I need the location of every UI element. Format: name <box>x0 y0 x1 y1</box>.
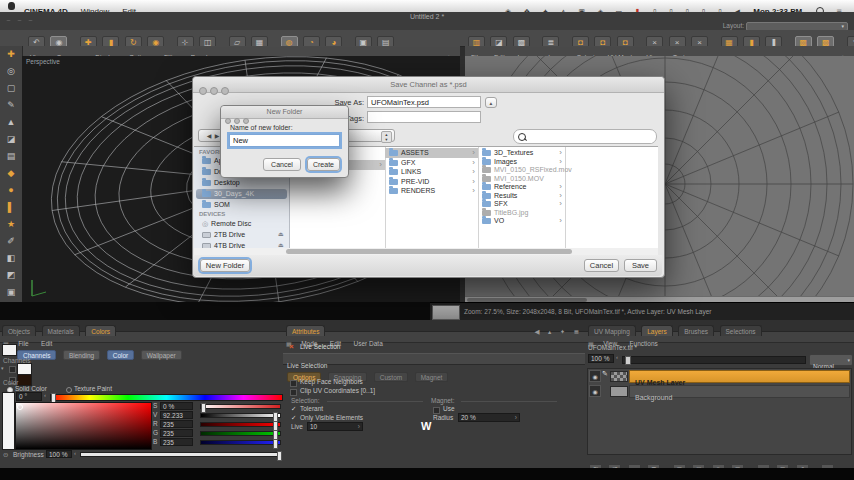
folder-row-assets[interactable]: ASSETS› <box>385 148 478 158</box>
swatch-icon[interactable]: ◩ <box>0 267 22 284</box>
sidebar-item-desktop[interactable]: Desktop <box>202 178 240 188</box>
channel-checkbox-1[interactable] <box>9 366 16 373</box>
attr-lock-icon[interactable]: ✦ <box>560 327 565 337</box>
radio-solid-label[interactable]: Solid Color <box>15 385 47 392</box>
mode-blending-button[interactable]: Blending <box>63 350 100 360</box>
magnify-icon[interactable]: ◎ <box>0 63 22 80</box>
hue-slider[interactable] <box>50 394 283 401</box>
gradient-icon[interactable]: ◧ <box>0 250 22 267</box>
new-folder-name-input[interactable] <box>229 134 340 147</box>
stamp-icon[interactable]: ▲ <box>0 114 22 131</box>
pencil-icon[interactable]: ✎ <box>0 97 22 114</box>
new-folder-cancel-button[interactable]: Cancel <box>263 158 301 171</box>
eyedropper-icon[interactable]: ✐ <box>0 233 22 250</box>
folder-row-links[interactable]: LINKS› <box>389 167 478 177</box>
brightness-slider[interactable] <box>80 452 281 457</box>
slider-v-value[interactable]: 92.233 % <box>160 411 193 419</box>
hue-value-field[interactable]: 0 ° <box>16 392 42 401</box>
keep-face-neighbors-label[interactable]: Keep Face Neighbors <box>300 378 363 385</box>
keep-face-neighbors-checkbox[interactable] <box>290 380 297 387</box>
sidebar-item-selected[interactable]: 30_Days_4K <box>196 189 287 199</box>
sv-color-square[interactable] <box>15 402 152 450</box>
use-checkbox[interactable] <box>433 407 440 414</box>
opacity-value-field[interactable]: 100 % <box>588 354 614 363</box>
slider-s-track[interactable] <box>200 404 281 409</box>
mode-wallpaper-button[interactable]: Wallpaper <box>141 350 182 360</box>
layer-thumbnail[interactable] <box>610 371 628 382</box>
folder-row-renders[interactable]: RENDERS› <box>389 186 478 196</box>
dialog-search-field[interactable] <box>513 129 657 144</box>
tab-custom[interactable]: Custom <box>374 372 408 382</box>
save-as-input[interactable] <box>367 96 481 108</box>
eject-icon[interactable]: ⏏ <box>278 230 284 237</box>
check-icon[interactable]: ✓ <box>291 405 296 413</box>
expand-toggle-button[interactable]: ▴ <box>485 97 497 108</box>
scrollbar-thumb[interactable] <box>286 249 572 254</box>
tab-brushes[interactable]: Brushes <box>678 325 714 336</box>
opacity-stepper-icon[interactable]: ‹ <box>616 354 618 360</box>
palette-icon[interactable]: ▤ <box>0 148 22 165</box>
opacity-slider-thumb[interactable] <box>625 356 631 365</box>
eraser-icon[interactable]: ◪ <box>0 131 22 148</box>
hue-stepper-icon[interactable]: ‹ <box>44 392 46 398</box>
radio-texture-label[interactable]: Texture Paint <box>74 385 112 392</box>
clip-uv-label[interactable]: Clip UV Coordinates [0..1] <box>300 387 375 394</box>
blend-mode-dropdown[interactable]: Normal ▾ <box>809 354 853 366</box>
layer-row-background[interactable]: Background <box>629 385 850 398</box>
sidebar-item-som[interactable]: SOM <box>202 200 230 210</box>
attr-back-icon[interactable]: ◀ <box>534 327 539 337</box>
new-folder-create-button[interactable]: Create <box>307 158 340 171</box>
slider-b-value[interactable]: 235 <box>160 438 193 446</box>
radius-value-field[interactable]: 20 %› <box>458 413 520 422</box>
sv-cursor[interactable] <box>17 404 23 410</box>
slider-g-value[interactable]: 235 <box>160 429 193 437</box>
slider-thumb[interactable] <box>277 451 282 461</box>
layer-visibility-toggle[interactable]: ◉ <box>589 370 601 382</box>
slider-r-value[interactable]: 235 <box>160 420 193 428</box>
expander-icon[interactable]: ▾ <box>1 365 4 371</box>
fill-icon[interactable]: ▣ <box>0 284 22 301</box>
apple-icon[interactable] <box>8 2 15 10</box>
attr-menu-user-data[interactable]: User Data <box>354 339 383 349</box>
opacity-slider[interactable] <box>622 356 806 364</box>
line-brush-icon[interactable]: ▌ <box>0 199 22 216</box>
move-icon[interactable]: ✚ <box>0 46 22 63</box>
only-visible-label[interactable]: Only Visible Elements <box>300 414 363 421</box>
save-button[interactable]: Save <box>624 259 657 272</box>
slider-v-track[interactable] <box>200 413 281 418</box>
tags-input[interactable] <box>367 111 481 123</box>
cancel-button[interactable]: Cancel <box>584 259 619 272</box>
attr-up-icon[interactable]: ▴ <box>548 327 551 337</box>
slider-thumb[interactable] <box>201 403 206 413</box>
check-icon[interactable]: ✓ <box>291 414 296 422</box>
brightness-stepper-icon[interactable]: ‹ <box>74 450 76 456</box>
texture-preview-swatch[interactable] <box>432 305 460 320</box>
use-label[interactable]: Use <box>443 405 455 412</box>
save-dialog-titlebar[interactable]: Save Channel as *.psd <box>193 77 664 93</box>
file-row-vo[interactable]: VO› <box>482 216 565 226</box>
new-folder-titlebar[interactable]: New Folder <box>221 106 348 119</box>
sidebar-item-2tb-drive[interactable]: 2TB Drive <box>202 230 245 240</box>
slider-thumb[interactable] <box>273 439 278 449</box>
section-header[interactable]: Live Selection <box>283 353 585 365</box>
tab-selections[interactable]: Selections <box>720 325 762 336</box>
camera-label[interactable]: Perspective <box>26 58 60 65</box>
slider-r-track[interactable] <box>200 422 281 427</box>
dialog-search-input[interactable] <box>528 131 652 143</box>
attr-list-icon[interactable]: ≣ <box>574 327 579 337</box>
mode-color-button[interactable]: Color <box>107 350 135 360</box>
slider-g-track[interactable] <box>200 431 281 436</box>
layer-row-uv-mesh[interactable]: UV Mesh Layer <box>629 370 850 383</box>
foreground-color-swatch[interactable] <box>2 344 17 356</box>
star-brush-icon[interactable]: ★ <box>0 216 22 233</box>
eject-icon[interactable]: ⏏ <box>278 241 284 248</box>
sidebar-item-remote-disc[interactable]: ◎Remote Disc <box>202 219 251 229</box>
tab-magnet[interactable]: Magnet <box>415 372 449 382</box>
slider-b-track[interactable] <box>200 440 281 445</box>
brightness-value[interactable]: 100 % <box>46 450 72 458</box>
clip-uv-checkbox[interactable] <box>290 389 297 396</box>
radio-texture-paint[interactable] <box>66 387 72 393</box>
dot-brush-icon[interactable]: ● <box>0 182 22 199</box>
live-value-field[interactable]: 10› <box>307 422 363 431</box>
tolerant-label[interactable]: Tolerant <box>300 405 323 412</box>
